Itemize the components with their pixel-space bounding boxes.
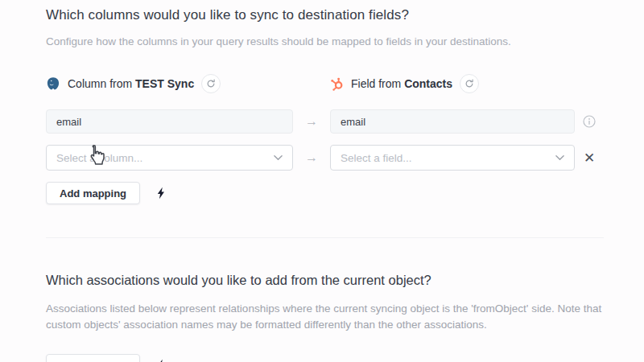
- columns-section-subtitle: Configure how the columns in your query …: [46, 35, 604, 48]
- mapping-arrow-cell: [293, 114, 330, 129]
- columns-actions-row: Add mapping: [46, 182, 604, 204]
- page-content: Which columns would you like to sync to …: [0, 0, 644, 362]
- source-header-prefix: Column from: [68, 77, 132, 90]
- destination-header-prefix: Field from: [351, 77, 401, 90]
- add-association-mapping-button[interactable]: Add mapping: [46, 354, 140, 362]
- info-icon[interactable]: [583, 115, 596, 128]
- associations-section: Which associations would you like to add…: [46, 272, 604, 362]
- columns-section: Which columns would you like to sync to …: [46, 6, 604, 238]
- mapping-info-cell: [575, 115, 604, 128]
- chevron-down-icon: [274, 154, 283, 161]
- postgresql-icon: [46, 76, 60, 91]
- destination-field-select-placeholder: Select a field...: [341, 152, 412, 164]
- chevron-down-icon: [555, 154, 564, 161]
- refresh-source-columns-button[interactable]: [201, 74, 221, 93]
- destination-field-header: Field from Contacts: [330, 74, 575, 93]
- associations-section-title: Which associations would you like to add…: [46, 272, 604, 289]
- columns-section-title: Which columns would you like to sync to …: [46, 6, 604, 24]
- mapping-grid: Column from TEST Sync: [46, 74, 604, 171]
- remove-mapping-icon[interactable]: [584, 150, 595, 167]
- source-column-select[interactable]: Select a column...: [46, 145, 293, 171]
- lightning-bolt-icon[interactable]: [157, 187, 166, 200]
- destination-field-select[interactable]: Select a field...: [330, 145, 575, 171]
- lightning-bolt-icon[interactable]: [157, 359, 166, 362]
- destination-field-input[interactable]: [330, 109, 575, 134]
- source-column-input[interactable]: [46, 109, 293, 134]
- destination-field-header-label: Field from Contacts: [351, 77, 452, 90]
- section-divider: [46, 237, 604, 238]
- sync-mapping-config-page: Which columns would you like to sync to …: [0, 0, 644, 362]
- refresh-icon: [464, 79, 474, 88]
- source-column-header: Column from TEST Sync: [46, 74, 293, 93]
- arrow-right-icon: [305, 114, 318, 129]
- source-name: TEST Sync: [135, 77, 194, 90]
- arrow-right-icon: [305, 150, 318, 165]
- source-column-header-label: Column from TEST Sync: [68, 77, 194, 90]
- refresh-icon: [206, 79, 216, 88]
- refresh-destination-fields-button[interactable]: [460, 74, 479, 93]
- associations-actions-row: Add mapping: [46, 354, 604, 362]
- source-column-select-placeholder: Select a column...: [56, 152, 142, 164]
- add-mapping-button[interactable]: Add mapping: [46, 182, 140, 204]
- destination-name: Contacts: [404, 77, 452, 90]
- associations-section-description: Associations listed below represent rela…: [46, 301, 604, 333]
- mapping-arrow-cell: [293, 150, 330, 165]
- mapping-remove-cell: [575, 150, 604, 167]
- hubspot-icon: [330, 77, 344, 91]
